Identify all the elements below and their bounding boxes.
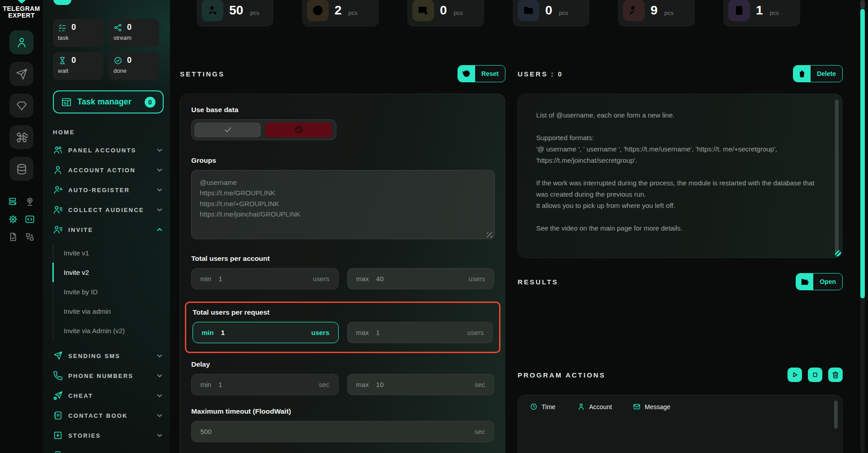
stat-label: done bbox=[113, 67, 154, 74]
sidebar-item-invite[interactable]: INVITE bbox=[53, 220, 164, 240]
webcam-icon[interactable] bbox=[25, 197, 35, 207]
counter-card-banned[interactable]: 9 pcs bbox=[618, 0, 695, 27]
flood-wait-input[interactable]: 500 sec bbox=[191, 421, 494, 442]
input-value: 1 bbox=[218, 275, 222, 283]
sidebar-item-label: PANEL ACCOUNTS bbox=[68, 147, 136, 154]
chevron-down-icon bbox=[156, 372, 164, 380]
users-input-panel[interactable]: List of @username, each one form a new l… bbox=[518, 94, 843, 258]
task-manager-label: Task manager bbox=[77, 97, 132, 107]
sidebar-item-auto-register[interactable]: AUTO-REGISTER bbox=[53, 180, 164, 200]
users-panel-resize-handle[interactable] bbox=[835, 250, 841, 256]
stat-card-wait[interactable]: 0 wait bbox=[53, 52, 104, 80]
mail-alert-icon bbox=[412, 0, 434, 21]
scrollbar-thumb[interactable] bbox=[860, 9, 865, 298]
counter-card-folders[interactable]: 0 pcs bbox=[513, 0, 590, 27]
rail-accounts-button[interactable] bbox=[9, 30, 33, 54]
clock-icon bbox=[530, 403, 538, 411]
sidebar-item-collect-audience[interactable]: COLLECT AUDIENCE bbox=[53, 200, 164, 220]
per-request-max-input[interactable]: max 1 users bbox=[347, 322, 493, 343]
sidebar-item-label: SENDING SMS bbox=[68, 353, 120, 359]
column-label: Message bbox=[645, 403, 670, 411]
play-button[interactable] bbox=[788, 368, 802, 382]
chevron-down-icon bbox=[156, 206, 164, 214]
scrolled-button-remnant[interactable] bbox=[53, 0, 71, 5]
code-window-icon[interactable] bbox=[25, 214, 35, 224]
submenu-item-invite-v2[interactable]: Invite v2 bbox=[52, 263, 164, 282]
counter-unit: pcs bbox=[250, 9, 259, 16]
open-button[interactable]: Open bbox=[796, 273, 843, 290]
submenu-item-invite-via-admin[interactable]: Invite via admin bbox=[52, 302, 164, 321]
sidebar-item-phone-numbers[interactable]: PHONE NUMBERS bbox=[53, 366, 164, 386]
sidebar-menu: 0 task 0 stream 0 wait 0 done Task manag… bbox=[43, 0, 170, 453]
clear-log-button[interactable] bbox=[828, 368, 843, 382]
rail-command-button[interactable] bbox=[9, 125, 33, 149]
counter-card-mail-warnings[interactable]: 0 pcs bbox=[407, 0, 484, 27]
counter-card-alerts[interactable]: 2 pcs bbox=[302, 0, 379, 27]
table-header-time: Time bbox=[530, 403, 577, 411]
stat-card-task[interactable]: 0 task bbox=[53, 19, 104, 47]
users-panel-scrollbar[interactable] bbox=[835, 99, 839, 251]
sidebar-item-reports[interactable]: REPORTS bbox=[53, 445, 164, 453]
rail-database-button[interactable] bbox=[9, 157, 33, 181]
counter-value: 0 bbox=[440, 3, 447, 18]
sidebar-nav: HOME PANEL ACCOUNTS ACCOUNT ACTION AUTO-… bbox=[53, 124, 164, 453]
per-request-min-input[interactable]: min 1 users bbox=[193, 322, 339, 343]
delay-max-input[interactable]: max 10 sec bbox=[347, 374, 495, 395]
settings-title: SETTINGS bbox=[180, 70, 225, 78]
rail-premium-button[interactable] bbox=[9, 94, 33, 118]
delay-min-input[interactable]: min 1 sec bbox=[191, 374, 339, 395]
resize-handle[interactable] bbox=[487, 232, 492, 238]
open-button-label: Open bbox=[813, 274, 842, 290]
phone-icon bbox=[53, 371, 63, 381]
users-column: USERS : 0 Delete List of @username, each… bbox=[518, 63, 843, 453]
sidebar-item-home[interactable]: HOME bbox=[53, 124, 164, 140]
toggle-yes-button[interactable] bbox=[194, 123, 261, 137]
stat-card-stream[interactable]: 0 stream bbox=[108, 19, 159, 47]
input-unit: users bbox=[313, 275, 330, 283]
chevron-up-icon bbox=[156, 226, 164, 234]
input-unit: users bbox=[311, 329, 329, 336]
sidebar-item-contact-book[interactable]: CONTACT BOOK bbox=[53, 406, 164, 425]
report-icon bbox=[53, 450, 63, 453]
users-hint-paragraph: List of @username, each one form a new l… bbox=[536, 109, 815, 121]
counter-card-bots[interactable]: 1 pcs bbox=[723, 0, 800, 27]
table-scrollbar[interactable] bbox=[834, 401, 838, 429]
rail-mini-icons bbox=[8, 197, 35, 242]
checklist-icon bbox=[58, 23, 67, 32]
page-scrollbar[interactable] bbox=[860, 0, 865, 453]
delete-button[interactable]: Delete bbox=[793, 65, 843, 82]
main-content: 50 pcs 2 pcs 0 pcs 0 pcs 9 pcs bbox=[170, 0, 868, 453]
people-icon bbox=[53, 145, 63, 155]
swap-icon[interactable] bbox=[25, 232, 35, 242]
submenu-item-invite-via-admin-v2[interactable]: Invite via Admin (v2) bbox=[52, 321, 164, 340]
groups-input[interactable] bbox=[191, 170, 495, 239]
document-check-icon[interactable] bbox=[8, 232, 18, 242]
stop-button[interactable] bbox=[808, 368, 822, 382]
sidebar-item-stories[interactable]: STORIES bbox=[53, 425, 164, 445]
toggle-no-button[interactable] bbox=[265, 123, 332, 137]
send-icon bbox=[16, 68, 28, 80]
server-check-icon[interactable] bbox=[8, 197, 18, 207]
gear-icon[interactable] bbox=[8, 214, 18, 224]
stat-value: 0 bbox=[127, 23, 132, 32]
sidebar-item-sending-sms[interactable]: SENDING SMS bbox=[53, 346, 164, 366]
column-label: Time bbox=[542, 403, 556, 411]
submenu-item-invite-v1[interactable]: Invite v1 bbox=[52, 243, 164, 263]
sidebar-item-panel-accounts[interactable]: PANEL ACCOUNTS bbox=[53, 140, 164, 160]
stat-value: 0 bbox=[71, 23, 76, 32]
sidebar-item-cheat[interactable]: CHEAT bbox=[53, 386, 164, 406]
counter-unit: pcs bbox=[665, 9, 674, 16]
counter-unit: pcs bbox=[559, 9, 568, 16]
task-manager-button[interactable]: Task manager 0 bbox=[53, 90, 164, 113]
per-account-max-input[interactable]: max 40 users bbox=[347, 268, 495, 289]
sidebar-item-account-action[interactable]: ACCOUNT ACTION bbox=[53, 160, 164, 180]
reset-button[interactable]: Reset bbox=[458, 65, 505, 82]
submenu-item-invite-by-id[interactable]: Invite by ID bbox=[52, 282, 164, 302]
flood-wait-label: Maximum timeout (FloodWait) bbox=[191, 407, 494, 415]
per-account-min-input[interactable]: min 1 users bbox=[191, 268, 339, 289]
counter-card-accounts[interactable]: 50 pcs bbox=[197, 0, 274, 27]
rail-send-button[interactable] bbox=[9, 62, 33, 86]
brand-logo-icon bbox=[18, 0, 26, 4]
stat-card-done[interactable]: 0 done bbox=[108, 52, 159, 80]
input-prefix: max bbox=[356, 381, 369, 388]
